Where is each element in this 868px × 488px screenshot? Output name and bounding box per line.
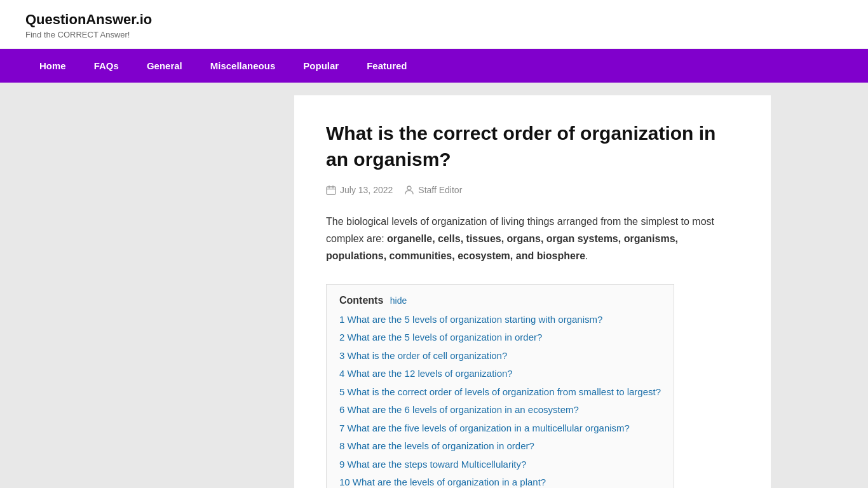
nav-link-faqs[interactable]: FAQs <box>80 49 133 83</box>
contents-link-9[interactable]: 9 What are the steps toward Multicellula… <box>339 459 526 470</box>
contents-item-10: 10 What are the levels of organization i… <box>339 475 661 488</box>
article-meta: July 13, 2022 Staff Editor <box>326 185 739 195</box>
nav-link-featured[interactable]: Featured <box>353 49 421 83</box>
contents-item-6: 6 What are the 6 levels of organization … <box>339 403 661 417</box>
nav-link-popular[interactable]: Popular <box>289 49 353 83</box>
article-title: What is the correct order of organizatio… <box>326 121 739 172</box>
contents-label: Contents <box>339 295 383 306</box>
contents-item-2: 2 What are the 5 levels of organization … <box>339 330 661 345</box>
nav-link-general[interactable]: General <box>133 49 196 83</box>
contents-link-8[interactable]: 8 What are the levels of organization in… <box>339 440 534 451</box>
contents-link-4[interactable]: 4 What are the 12 levels of organization… <box>339 368 513 379</box>
main-nav: Home FAQs General Miscellaneous Popular … <box>0 49 868 83</box>
nav-item-popular[interactable]: Popular <box>289 49 353 83</box>
contents-link-5[interactable]: 5 What is the correct order of levels of… <box>339 386 661 397</box>
site-title[interactable]: QuestionAnswer.io <box>25 11 152 27</box>
intro-end-text: . <box>585 250 588 261</box>
article-date: July 13, 2022 <box>340 185 393 195</box>
contents-link-1[interactable]: 1 What are the 5 levels of organization … <box>339 314 602 325</box>
article-date-meta: July 13, 2022 <box>326 185 393 195</box>
contents-link-2[interactable]: 2 What are the 5 levels of organization … <box>339 332 542 342</box>
contents-box: Contents hide 1 What are the 5 levels of… <box>326 284 674 488</box>
contents-item-4: 4 What are the 12 levels of organization… <box>339 367 661 381</box>
person-icon <box>404 185 414 195</box>
content-area: What is the correct order of organizatio… <box>294 95 771 488</box>
site-header: QuestionAnswer.io Find the CORRECT Answe… <box>0 0 868 49</box>
nav-item-home[interactable]: Home <box>25 49 80 83</box>
svg-rect-0 <box>327 187 336 194</box>
calendar-icon <box>326 185 336 195</box>
contents-header: Contents hide <box>339 295 661 306</box>
nav-list: Home FAQs General Miscellaneous Popular … <box>25 49 843 83</box>
svg-point-4 <box>407 186 411 190</box>
contents-item-7: 7 What are the five levels of organizati… <box>339 421 661 436</box>
article-author: Staff Editor <box>418 185 462 195</box>
nav-item-faqs[interactable]: FAQs <box>80 49 133 83</box>
site-tagline: Find the CORRECT Answer! <box>25 30 843 39</box>
contents-hide-link[interactable]: hide <box>390 295 407 306</box>
contents-item-1: 1 What are the 5 levels of organization … <box>339 313 661 327</box>
contents-link-6[interactable]: 6 What are the 6 levels of organization … <box>339 404 579 415</box>
nav-link-miscellaneous[interactable]: Miscellaneous <box>196 49 290 83</box>
contents-item-8: 8 What are the levels of organization in… <box>339 439 661 454</box>
main-wrapper: What is the correct order of organizatio… <box>0 83 868 488</box>
contents-item-3: 3 What is the order of cell organization… <box>339 349 661 363</box>
contents-link-7[interactable]: 7 What are the five levels of organizati… <box>339 423 630 433</box>
nav-item-featured[interactable]: Featured <box>353 49 421 83</box>
contents-link-10[interactable]: 10 What are the levels of organization i… <box>339 477 546 487</box>
article-intro: The biological levels of organization of… <box>326 213 739 265</box>
contents-item-5: 5 What is the correct order of levels of… <box>339 385 661 400</box>
nav-item-miscellaneous[interactable]: Miscellaneous <box>196 49 290 83</box>
nav-link-home[interactable]: Home <box>25 49 80 83</box>
article: What is the correct order of organizatio… <box>326 121 739 488</box>
article-author-meta: Staff Editor <box>404 185 462 195</box>
contents-item-9: 9 What are the steps toward Multicellula… <box>339 458 661 472</box>
nav-item-general[interactable]: General <box>133 49 196 83</box>
contents-list: 1 What are the 5 levels of organization … <box>339 313 661 488</box>
contents-link-3[interactable]: 3 What is the order of cell organization… <box>339 350 507 361</box>
